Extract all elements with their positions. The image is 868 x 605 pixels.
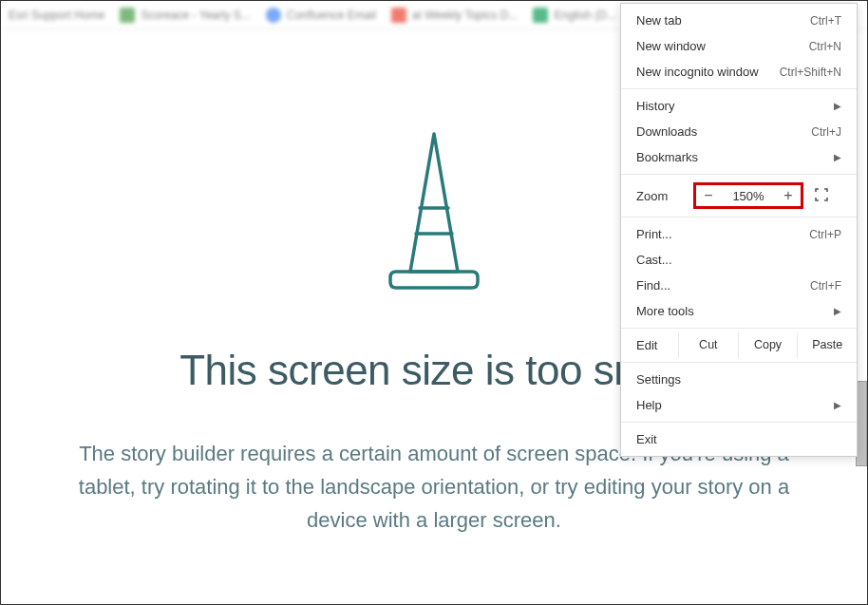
zoom-controls-highlighted: − 150% +	[693, 182, 803, 209]
menu-edit-row: Edit Cut Copy Paste	[621, 332, 857, 358]
bookmark-favicon	[391, 8, 406, 23]
menu-cast[interactable]: Cast...	[621, 247, 857, 273]
paste-button[interactable]: Paste	[797, 332, 857, 358]
bookmark-favicon	[120, 8, 135, 23]
zoom-in-button[interactable]: +	[780, 187, 797, 204]
menu-print[interactable]: Print... Ctrl+P	[621, 221, 857, 247]
menu-bookmarks[interactable]: Bookmarks ▶	[621, 144, 857, 170]
menu-new-tab[interactable]: New tab Ctrl+T	[621, 8, 857, 33]
shortcut-label: Ctrl+P	[809, 228, 841, 241]
shortcut-label: Ctrl+N	[809, 40, 841, 53]
bookmark-item[interactable]: at Weekly Topics D...	[391, 8, 519, 23]
chevron-right-icon: ▶	[834, 152, 841, 162]
zoom-label: Zoom	[636, 189, 693, 203]
chevron-right-icon: ▶	[834, 101, 841, 111]
chevron-right-icon: ▶	[834, 306, 841, 316]
bookmark-favicon	[533, 8, 548, 23]
edit-label: Edit	[621, 332, 678, 358]
menu-new-incognito[interactable]: New incognito window Ctrl+Shift+N	[621, 59, 857, 85]
zoom-out-button[interactable]: −	[700, 187, 717, 204]
menu-settings[interactable]: Settings	[621, 367, 857, 392]
traffic-cone-icon	[377, 124, 491, 299]
copy-button[interactable]: Copy	[738, 332, 798, 358]
menu-zoom-row: Zoom − 150% +	[621, 179, 857, 213]
menu-history[interactable]: History ▶	[621, 93, 857, 119]
shortcut-label: Ctrl+Shift+N	[780, 66, 841, 79]
shortcut-label: Ctrl+F	[810, 279, 841, 293]
menu-downloads[interactable]: Downloads Ctrl+J	[621, 119, 857, 144]
bookmark-item[interactable]: Scoreace - Yearly S...	[120, 8, 250, 23]
fullscreen-icon[interactable]	[815, 188, 828, 204]
menu-exit[interactable]: Exit	[621, 426, 857, 452]
bookmark-item[interactable]: Confluence Email	[266, 8, 376, 23]
chevron-right-icon: ▶	[834, 400, 841, 410]
bookmark-item[interactable]: Esri Support Home	[9, 9, 104, 22]
shortcut-label: Ctrl+J	[811, 125, 841, 139]
menu-more-tools[interactable]: More tools ▶	[621, 298, 857, 324]
menu-help[interactable]: Help ▶	[621, 392, 857, 418]
menu-find[interactable]: Find... Ctrl+F	[621, 273, 857, 298]
browser-menu: New tab Ctrl+T New window Ctrl+N New inc…	[620, 3, 858, 457]
page-title: This screen size is too small	[179, 347, 689, 394]
shortcut-label: Ctrl+T	[810, 14, 841, 28]
bookmark-favicon	[266, 8, 281, 23]
cut-button[interactable]: Cut	[678, 332, 738, 358]
zoom-value: 150%	[728, 189, 768, 203]
menu-new-window[interactable]: New window Ctrl+N	[621, 33, 857, 59]
bookmark-item[interactable]: English (D...	[533, 8, 615, 23]
